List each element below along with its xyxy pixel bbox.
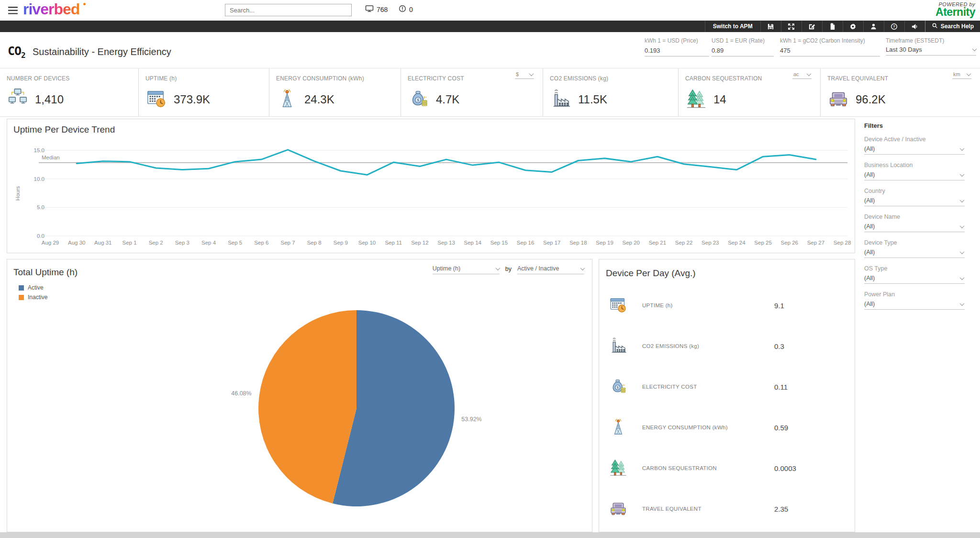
kpi-value: 4.7K (436, 93, 459, 106)
sequestration-icon (609, 458, 628, 479)
filter-value: (All) (864, 275, 875, 281)
alerts-indicator[interactable]: 0 (399, 5, 413, 14)
svg-text:Sep 11: Sep 11 (385, 240, 402, 246)
emissions-icon (609, 336, 628, 357)
kpi-body: 373.9K (145, 88, 269, 112)
filter-dropdown[interactable]: (All) (864, 171, 965, 180)
carbon-intensity-input[interactable] (780, 47, 880, 56)
svg-text:Sep 18: Sep 18 (569, 240, 587, 246)
filters-title: Filters (864, 122, 970, 129)
metric-label: UPTIME (h) (642, 302, 728, 310)
unit-value: $ (516, 71, 519, 77)
edit-icon[interactable] (802, 21, 822, 32)
announcements-icon[interactable] (904, 21, 925, 32)
metric-row: $ELECTRICITY COST0.11 (599, 367, 855, 407)
unit-dropdown[interactable]: km (952, 71, 971, 79)
chevron-down-icon (960, 224, 965, 228)
unit-dropdown[interactable]: $ (515, 71, 534, 79)
filter-item: Device Name(All) (864, 213, 970, 232)
svg-text:Sep 1: Sep 1 (122, 240, 136, 246)
kpi-body: 11.5K (550, 88, 678, 112)
kpi-label: CO2 EMISSIONS (kg) (550, 75, 678, 82)
kpi-body: 14 (685, 88, 820, 112)
help-icon[interactable]: ? (884, 21, 904, 32)
svg-text:Aug 31: Aug 31 (94, 240, 111, 246)
filter-label: Device Name (864, 213, 970, 220)
fullscreen-icon[interactable] (781, 21, 802, 32)
hamburger-menu-icon[interactable] (8, 6, 18, 14)
cost-icon: $ (408, 88, 430, 112)
rate-input[interactable] (712, 47, 774, 56)
chevron-down-icon (960, 146, 965, 151)
chevron-down-icon (960, 198, 965, 202)
alert-icon (399, 5, 406, 14)
kpi-row: NUMBER OF DEVICES1,410UPTIME (h)373.9KEN… (0, 68, 980, 116)
rate-field-label: USD 1 = EUR (Rate) (712, 37, 774, 44)
kpi-card: kmTRAVEL EQUIVALENT96.2K (820, 68, 980, 116)
kpi-card: UPTIME (h)373.9K (138, 68, 269, 116)
save-icon[interactable] (760, 21, 781, 32)
total-uptime-pie-chart: 53.92%46.08% (7, 259, 592, 532)
filter-dropdown[interactable]: (All) (864, 249, 965, 258)
carbon-intensity-field-label: kWh 1 = gCO2 (Carbon Intensity) (780, 37, 880, 44)
search-help-label: Search Help (941, 23, 974, 30)
filter-dropdown[interactable]: (All) (864, 301, 965, 310)
kpi-value: 1,410 (35, 93, 64, 106)
filter-label: OS Type (864, 265, 970, 272)
svg-text:Sep 12: Sep 12 (411, 240, 428, 246)
search-help-button[interactable]: Search Help (925, 21, 980, 32)
app-toolbar: Switch to APM ? Search Help (0, 21, 980, 32)
filter-dropdown[interactable]: (All) (864, 146, 965, 155)
riverbed-logo: riverbed (23, 0, 79, 18)
metric-value: 0.11 (774, 383, 845, 391)
filter-dropdown[interactable]: (All) (864, 197, 965, 206)
filter-dropdown[interactable]: (All) (864, 275, 965, 284)
metric-value: 0.0003 (774, 464, 845, 472)
search-input[interactable] (225, 4, 352, 16)
kpi-card: acCARBON SEQUESTRATION14 (678, 68, 820, 116)
unit-dropdown[interactable]: ac (792, 71, 812, 79)
device-per-day-panel: Device Per Day (Avg.) UPTIME (h)9.1CO2 E… (599, 259, 855, 532)
filter-value: (All) (864, 146, 875, 152)
uptime-trend-chart[interactable]: 0.05.010.015.0MedianAug 29Aug 30Aug 31Se… (7, 119, 855, 253)
filter-dropdown[interactable]: (All) (864, 223, 965, 232)
filter-value: (All) (864, 301, 875, 307)
timeframe-field: Timeframe (EST5EDT) Last 30 Days (886, 37, 976, 56)
svg-text:Sep 10: Sep 10 (358, 240, 376, 246)
kpi-label: ENERGY CONSUMPTION (kWh) (276, 75, 401, 82)
page-title: Sustainability - Energy Efficiency (33, 46, 171, 57)
travel-icon (609, 499, 628, 520)
filters-panel: Filters Device Active / Inactive(All)Bus… (864, 122, 970, 317)
monitored-devices-indicator[interactable]: 768 (365, 5, 388, 14)
kpi-body: 24.3K (276, 88, 401, 112)
settings-icon[interactable] (843, 21, 863, 32)
chevron-down-icon (967, 71, 971, 76)
svg-text:0.0: 0.0 (37, 233, 45, 239)
svg-text:Sep 27: Sep 27 (807, 240, 824, 246)
energy-icon (609, 417, 628, 438)
svg-text:Sep 4: Sep 4 (201, 240, 216, 246)
metric-row: ENERGY CONSUMPTION (kWh)0.59 (599, 407, 855, 448)
carbon-intensity-field: kWh 1 = gCO2 (Carbon Intensity) (780, 37, 880, 56)
timeframe-label: Timeframe (EST5EDT) (886, 37, 976, 44)
devices-icon (7, 88, 29, 112)
uptime-trend-panel: Uptime Per Device Trend 0.05.010.015.0Me… (7, 119, 855, 253)
kpi-value: 11.5K (578, 93, 607, 106)
timeframe-dropdown[interactable]: Last 30 Days (886, 46, 976, 56)
filter-item: Device Active / Inactive(All) (864, 136, 970, 155)
kpi-card: $ELECTRICITY COST$4.7K (401, 68, 543, 116)
energy-icon (276, 88, 298, 112)
kpi-card: NUMBER OF DEVICES1,410 (0, 68, 138, 116)
chevron-down-icon (960, 172, 965, 177)
chevron-down-icon (960, 249, 965, 254)
filter-item: Country(All) (864, 188, 970, 206)
svg-text:Aug 30: Aug 30 (68, 240, 85, 246)
svg-text:Sep 9: Sep 9 (334, 240, 348, 246)
pages-icon[interactable] (822, 21, 843, 32)
price-input[interactable] (645, 47, 709, 56)
kpi-value: 14 (713, 93, 726, 106)
switch-to-apm-button[interactable]: Switch to APM (705, 21, 760, 32)
median-label: Median (42, 155, 60, 160)
svg-text:5.0: 5.0 (37, 204, 45, 210)
user-icon[interactable] (863, 21, 884, 32)
